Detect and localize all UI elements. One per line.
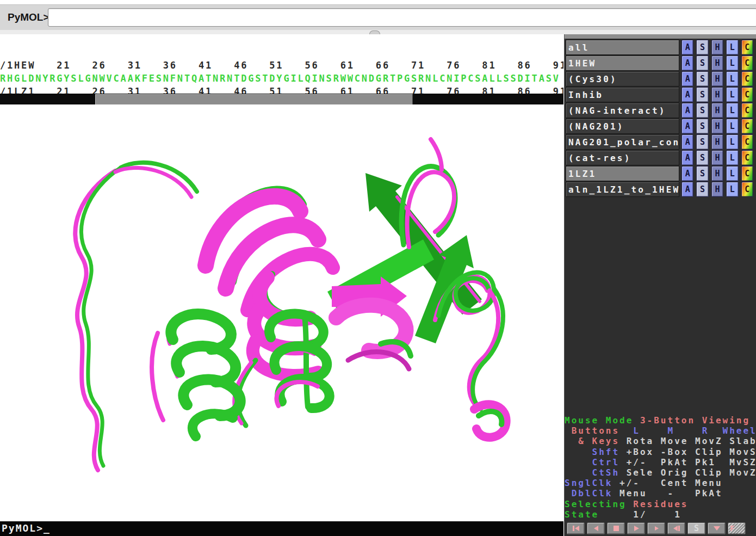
object-(Cys30)-menu-A[interactable]: A — [681, 71, 693, 87]
object-NAG201_polar_con-menu-H[interactable]: H — [711, 134, 723, 150]
object-row: InhibASHLC — [566, 87, 756, 102]
object-Inhib-menu-S[interactable]: S — [696, 87, 708, 102]
help-line: State 1/ 1 — [565, 509, 756, 520]
object-name-1HEW[interactable]: 1HEW — [566, 56, 679, 71]
splitter-grip[interactable] — [369, 30, 380, 34]
object-1LZ1-menu-L[interactable]: L — [726, 166, 738, 181]
object-NAG201_polar_con-menu-A[interactable]: A — [681, 134, 693, 150]
object-(cat-res)-menu-C[interactable]: C — [741, 150, 753, 165]
object-(Cys30)-menu-H[interactable]: H — [711, 71, 723, 87]
object-name-(Cys30)[interactable]: (Cys30) — [566, 71, 679, 87]
object-row: aln_1LZ1_to_1HEWASHLC — [566, 182, 756, 197]
object-all-menu-A[interactable]: A — [681, 40, 693, 55]
protein-structure[interactable] — [0, 104, 563, 521]
object-1HEW-menu-L[interactable]: L — [726, 56, 738, 71]
object-(cat-res)-menu-L[interactable]: L — [726, 150, 738, 165]
object-all-menu-L[interactable]: L — [726, 40, 738, 55]
object-(Cys30)-menu-C[interactable]: C — [741, 71, 753, 87]
object-Inhib-menu-L[interactable]: L — [726, 87, 738, 102]
step-back-button[interactable] — [587, 522, 605, 534]
object-(NAG201)-menu-C[interactable]: C — [741, 119, 753, 134]
object-name-1LZ1[interactable]: 1LZ1 — [566, 166, 679, 181]
object-(NAG-interact)-menu-C[interactable]: C — [741, 103, 753, 118]
object-Inhib-menu-H[interactable]: H — [711, 87, 723, 102]
play-button[interactable] — [627, 522, 645, 534]
object-1LZ1-menu-H[interactable]: H — [711, 166, 723, 181]
object-(cat-res)-menu-H[interactable]: H — [711, 150, 723, 165]
object-aln_1LZ1_to_1HEW-menu-A[interactable]: A — [681, 182, 693, 197]
object-NAG201_polar_con-menu-S[interactable]: S — [696, 134, 708, 150]
object-(NAG-interact)-menu-A[interactable]: A — [681, 103, 693, 118]
object-row: NAG201_polar_conASHLC — [566, 134, 756, 150]
help-line: Mouse Mode 3-Button Viewing — [565, 415, 756, 426]
object-name-(cat-res)[interactable]: (cat-res) — [566, 150, 679, 165]
object-1HEW-menu-H[interactable]: H — [711, 56, 723, 71]
object-name-NAG201_polar_con[interactable]: NAG201_polar_con — [566, 134, 679, 150]
help-line: Ctrl +/- PkAt Pk1 MvSZ — [565, 457, 756, 467]
scene-toggle-button[interactable]: S — [687, 522, 705, 534]
object-(NAG-interact)-menu-L[interactable]: L — [726, 103, 738, 118]
object-1HEW-menu-A[interactable]: A — [681, 56, 693, 71]
object-name-all[interactable]: all — [566, 40, 679, 55]
object-all-menu-S[interactable]: S — [696, 40, 708, 55]
stop-button[interactable] — [607, 522, 625, 534]
rewind-start-button[interactable] — [567, 522, 585, 534]
object-row: 1HEWASHLC — [566, 56, 756, 71]
command-input[interactable] — [48, 8, 756, 27]
help-line: Shft +Box -Box Clip MovS — [565, 447, 756, 457]
object-1LZ1-menu-A[interactable]: A — [681, 166, 693, 181]
step-forward-button[interactable] — [647, 522, 665, 534]
object-NAG201_polar_con-menu-L[interactable]: L — [726, 134, 738, 150]
object-(NAG201)-menu-L[interactable]: L — [726, 119, 738, 134]
help-line: Selecting Residues — [565, 499, 756, 509]
mouse-mode-help: Mouse Mode 3-Button Viewing Buttons L M … — [565, 415, 756, 520]
object-1LZ1-menu-C[interactable]: C — [741, 166, 753, 181]
object-(cat-res)-menu-S[interactable]: S — [696, 150, 708, 165]
sequence-scrollbar-thumb[interactable] — [95, 94, 413, 105]
object-1HEW-menu-S[interactable]: S — [696, 56, 708, 71]
help-line: & Keys Rota Move MovZ Slab — [565, 436, 756, 446]
help-line: CtSh Sele Orig Clip MovZ — [565, 467, 756, 478]
object-panel-header — [565, 34, 756, 39]
object-all-menu-C[interactable]: C — [741, 40, 753, 55]
object-(NAG201)-menu-S[interactable]: S — [696, 119, 708, 134]
object-name-(NAG-interact)[interactable]: (NAG-interact) — [566, 103, 679, 118]
object-1HEW-menu-C[interactable]: C — [741, 56, 753, 71]
object-row: (NAG201)ASHLC — [566, 119, 756, 134]
object-all-menu-H[interactable]: H — [711, 40, 723, 55]
object-NAG201_polar_con-menu-C[interactable]: C — [741, 134, 753, 150]
object-(Cys30)-menu-S[interactable]: S — [696, 71, 708, 87]
bottom-prompt: PyMOL>_ — [2, 522, 51, 534]
help-line: Buttons L M R Wheel — [565, 426, 756, 436]
object-aln_1LZ1_to_1HEW-menu-S[interactable]: S — [696, 182, 708, 197]
object-name-aln_1LZ1_to_1HEW[interactable]: aln_1LZ1_to_1HEW — [566, 182, 679, 197]
object-row: 1LZ1ASHLC — [566, 166, 756, 181]
object-(cat-res)-menu-A[interactable]: A — [681, 150, 693, 165]
object-row: allASHLC — [566, 40, 756, 55]
object-aln_1LZ1_to_1HEW-menu-L[interactable]: L — [726, 182, 738, 197]
object-aln_1LZ1_to_1HEW-menu-C[interactable]: C — [741, 182, 753, 197]
fullscreen-grip-button[interactable]: F — [728, 522, 746, 534]
object-(NAG201)-menu-H[interactable]: H — [711, 119, 723, 134]
object-name-Inhib[interactable]: Inhib — [566, 87, 679, 102]
object-row: (NAG-interact)ASHLC — [566, 103, 756, 118]
sequence-scrollbar[interactable] — [0, 94, 563, 104]
object-name-(NAG201)[interactable]: (NAG201) — [566, 119, 679, 134]
object-(NAG-interact)-menu-S[interactable]: S — [696, 103, 708, 118]
object-Inhib-menu-A[interactable]: A — [681, 87, 693, 102]
help-line: SnglClk +/- Cent Menu — [565, 478, 756, 488]
feedback-bar[interactable]: PyMOL>_ — [0, 521, 563, 536]
object-(NAG-interact)-menu-H[interactable]: H — [711, 103, 723, 118]
sequence-viewer: /1HEW 21 26 31 36 41 46 51 56 61 66 71 7… — [0, 34, 563, 97]
object-row: (cat-res)ASHLC — [566, 150, 756, 165]
viewport-3d[interactable] — [0, 104, 563, 521]
sequence-letters[interactable]: RHGLDNYRGYSLGNWVCAAKFESNFNTQATNRNTDGSTDY… — [0, 72, 563, 85]
pymol-prompt-label: PyMOL> — [8, 11, 49, 23]
object-(NAG201)-menu-A[interactable]: A — [681, 119, 693, 134]
object-(Cys30)-menu-L[interactable]: L — [726, 71, 738, 87]
menu-dropdown-button[interactable] — [708, 522, 726, 534]
object-aln_1LZ1_to_1HEW-menu-H[interactable]: H — [711, 182, 723, 197]
object-Inhib-menu-C[interactable]: C — [741, 87, 753, 102]
object-1LZ1-menu-S[interactable]: S — [696, 166, 708, 181]
skip-end-button[interactable] — [667, 522, 685, 534]
